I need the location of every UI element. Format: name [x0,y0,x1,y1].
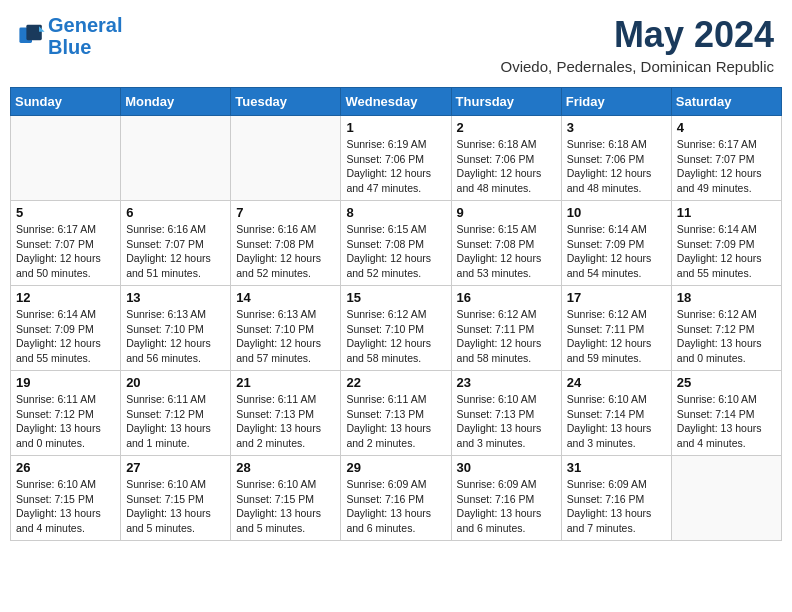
weekday-header-tuesday: Tuesday [231,88,341,116]
weekday-header-monday: Monday [121,88,231,116]
day-number: 2 [457,120,556,135]
day-info: Sunrise: 6:13 AM Sunset: 7:10 PM Dayligh… [126,307,225,366]
calendar-cell: 19Sunrise: 6:11 AM Sunset: 7:12 PM Dayli… [11,371,121,456]
day-info: Sunrise: 6:10 AM Sunset: 7:15 PM Dayligh… [16,477,115,536]
weekday-header-sunday: Sunday [11,88,121,116]
calendar-cell: 20Sunrise: 6:11 AM Sunset: 7:12 PM Dayli… [121,371,231,456]
calendar-week-row: 26Sunrise: 6:10 AM Sunset: 7:15 PM Dayli… [11,456,782,541]
day-number: 25 [677,375,776,390]
calendar-week-row: 1Sunrise: 6:19 AM Sunset: 7:06 PM Daylig… [11,116,782,201]
day-info: Sunrise: 6:17 AM Sunset: 7:07 PM Dayligh… [16,222,115,281]
day-info: Sunrise: 6:09 AM Sunset: 7:16 PM Dayligh… [567,477,666,536]
day-number: 5 [16,205,115,220]
weekday-header-wednesday: Wednesday [341,88,451,116]
day-number: 31 [567,460,666,475]
calendar-cell: 31Sunrise: 6:09 AM Sunset: 7:16 PM Dayli… [561,456,671,541]
day-number: 8 [346,205,445,220]
calendar-cell: 17Sunrise: 6:12 AM Sunset: 7:11 PM Dayli… [561,286,671,371]
day-info: Sunrise: 6:15 AM Sunset: 7:08 PM Dayligh… [457,222,556,281]
calendar-cell [231,116,341,201]
day-number: 23 [457,375,556,390]
day-info: Sunrise: 6:11 AM Sunset: 7:13 PM Dayligh… [236,392,335,451]
day-number: 21 [236,375,335,390]
day-number: 10 [567,205,666,220]
calendar-cell: 29Sunrise: 6:09 AM Sunset: 7:16 PM Dayli… [341,456,451,541]
calendar-cell: 2Sunrise: 6:18 AM Sunset: 7:06 PM Daylig… [451,116,561,201]
day-number: 7 [236,205,335,220]
day-info: Sunrise: 6:18 AM Sunset: 7:06 PM Dayligh… [567,137,666,196]
calendar-cell: 1Sunrise: 6:19 AM Sunset: 7:06 PM Daylig… [341,116,451,201]
calendar-cell: 5Sunrise: 6:17 AM Sunset: 7:07 PM Daylig… [11,201,121,286]
day-number: 14 [236,290,335,305]
day-number: 28 [236,460,335,475]
day-info: Sunrise: 6:11 AM Sunset: 7:12 PM Dayligh… [16,392,115,451]
calendar-cell: 4Sunrise: 6:17 AM Sunset: 7:07 PM Daylig… [671,116,781,201]
calendar-cell: 27Sunrise: 6:10 AM Sunset: 7:15 PM Dayli… [121,456,231,541]
calendar-cell: 26Sunrise: 6:10 AM Sunset: 7:15 PM Dayli… [11,456,121,541]
title-block: May 2024 Oviedo, Pedernales, Dominican R… [501,14,774,75]
day-info: Sunrise: 6:09 AM Sunset: 7:16 PM Dayligh… [346,477,445,536]
weekday-header-row: SundayMondayTuesdayWednesdayThursdayFrid… [11,88,782,116]
calendar-cell: 24Sunrise: 6:10 AM Sunset: 7:14 PM Dayli… [561,371,671,456]
location-subtitle: Oviedo, Pedernales, Dominican Republic [501,58,774,75]
day-number: 6 [126,205,225,220]
day-info: Sunrise: 6:16 AM Sunset: 7:08 PM Dayligh… [236,222,335,281]
calendar-cell: 3Sunrise: 6:18 AM Sunset: 7:06 PM Daylig… [561,116,671,201]
calendar-cell [671,456,781,541]
logo-text: General Blue [48,14,122,58]
day-info: Sunrise: 6:15 AM Sunset: 7:08 PM Dayligh… [346,222,445,281]
day-number: 22 [346,375,445,390]
day-number: 27 [126,460,225,475]
day-number: 20 [126,375,225,390]
day-info: Sunrise: 6:10 AM Sunset: 7:14 PM Dayligh… [677,392,776,451]
day-number: 30 [457,460,556,475]
day-info: Sunrise: 6:18 AM Sunset: 7:06 PM Dayligh… [457,137,556,196]
day-info: Sunrise: 6:10 AM Sunset: 7:13 PM Dayligh… [457,392,556,451]
calendar-cell: 30Sunrise: 6:09 AM Sunset: 7:16 PM Dayli… [451,456,561,541]
day-info: Sunrise: 6:09 AM Sunset: 7:16 PM Dayligh… [457,477,556,536]
calendar-table: SundayMondayTuesdayWednesdayThursdayFrid… [10,87,782,541]
day-number: 17 [567,290,666,305]
weekday-header-saturday: Saturday [671,88,781,116]
weekday-header-friday: Friday [561,88,671,116]
day-info: Sunrise: 6:11 AM Sunset: 7:13 PM Dayligh… [346,392,445,451]
day-info: Sunrise: 6:12 AM Sunset: 7:10 PM Dayligh… [346,307,445,366]
calendar-cell [11,116,121,201]
calendar-cell: 14Sunrise: 6:13 AM Sunset: 7:10 PM Dayli… [231,286,341,371]
calendar-cell: 11Sunrise: 6:14 AM Sunset: 7:09 PM Dayli… [671,201,781,286]
calendar-cell: 7Sunrise: 6:16 AM Sunset: 7:08 PM Daylig… [231,201,341,286]
day-info: Sunrise: 6:14 AM Sunset: 7:09 PM Dayligh… [567,222,666,281]
day-number: 24 [567,375,666,390]
day-info: Sunrise: 6:16 AM Sunset: 7:07 PM Dayligh… [126,222,225,281]
day-number: 13 [126,290,225,305]
day-info: Sunrise: 6:12 AM Sunset: 7:12 PM Dayligh… [677,307,776,366]
day-number: 19 [16,375,115,390]
day-info: Sunrise: 6:14 AM Sunset: 7:09 PM Dayligh… [677,222,776,281]
page-header: General Blue May 2024 Oviedo, Pedernales… [10,10,782,79]
day-info: Sunrise: 6:10 AM Sunset: 7:15 PM Dayligh… [126,477,225,536]
logo-blue: Blue [48,36,91,58]
calendar-cell [121,116,231,201]
calendar-week-row: 19Sunrise: 6:11 AM Sunset: 7:12 PM Dayli… [11,371,782,456]
calendar-cell: 13Sunrise: 6:13 AM Sunset: 7:10 PM Dayli… [121,286,231,371]
logo-icon [18,22,46,50]
month-title: May 2024 [501,14,774,56]
day-number: 11 [677,205,776,220]
calendar-cell: 15Sunrise: 6:12 AM Sunset: 7:10 PM Dayli… [341,286,451,371]
day-number: 12 [16,290,115,305]
calendar-cell: 16Sunrise: 6:12 AM Sunset: 7:11 PM Dayli… [451,286,561,371]
day-number: 16 [457,290,556,305]
day-number: 9 [457,205,556,220]
calendar-cell: 9Sunrise: 6:15 AM Sunset: 7:08 PM Daylig… [451,201,561,286]
calendar-cell: 10Sunrise: 6:14 AM Sunset: 7:09 PM Dayli… [561,201,671,286]
day-info: Sunrise: 6:10 AM Sunset: 7:14 PM Dayligh… [567,392,666,451]
day-number: 26 [16,460,115,475]
day-number: 29 [346,460,445,475]
day-info: Sunrise: 6:12 AM Sunset: 7:11 PM Dayligh… [457,307,556,366]
day-info: Sunrise: 6:14 AM Sunset: 7:09 PM Dayligh… [16,307,115,366]
day-info: Sunrise: 6:11 AM Sunset: 7:12 PM Dayligh… [126,392,225,451]
day-info: Sunrise: 6:13 AM Sunset: 7:10 PM Dayligh… [236,307,335,366]
calendar-cell: 22Sunrise: 6:11 AM Sunset: 7:13 PM Dayli… [341,371,451,456]
day-info: Sunrise: 6:12 AM Sunset: 7:11 PM Dayligh… [567,307,666,366]
day-number: 18 [677,290,776,305]
